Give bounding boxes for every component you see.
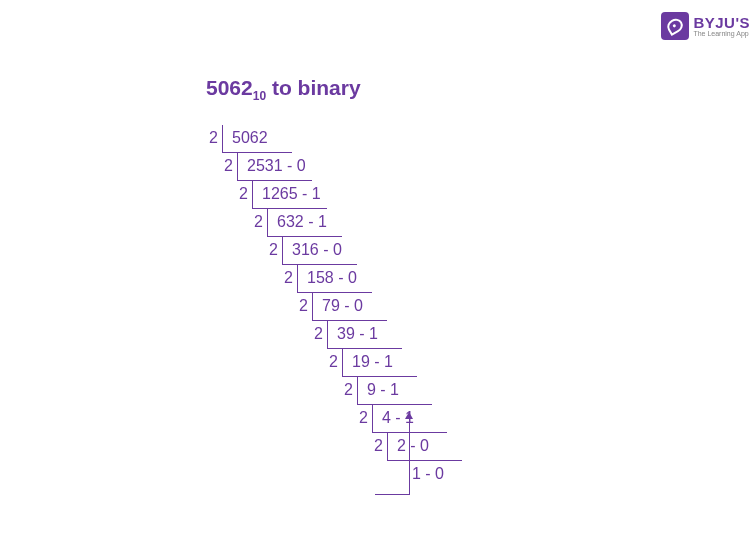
- byjus-logo: BYJU'S The Learning App: [661, 12, 750, 40]
- quotient-remainder: 39 - 1: [329, 325, 378, 343]
- division-horizontal-line: [222, 152, 292, 153]
- quotient-remainder: 2 - 0: [389, 437, 429, 455]
- division-vertical-line: [237, 153, 238, 181]
- quotient-remainder: 316 - 0: [284, 241, 342, 259]
- division-vertical-line: [327, 321, 328, 349]
- division-horizontal-line: [267, 236, 342, 237]
- divisor: 2: [348, 409, 368, 427]
- divisor: 2: [363, 437, 383, 455]
- divisor: 2: [213, 157, 233, 175]
- title-base: 10: [253, 89, 266, 103]
- divisor: 2: [288, 297, 308, 315]
- quotient-remainder: 158 - 0: [299, 269, 357, 287]
- diagram-title: 506210 to binary: [206, 76, 361, 103]
- logo-sub-text: The Learning App: [693, 30, 750, 37]
- division-vertical-line: [267, 209, 268, 237]
- quotient-remainder: 632 - 1: [269, 213, 327, 231]
- division-vertical-line: [342, 349, 343, 377]
- division-horizontal-line: [372, 432, 447, 433]
- quotient-remainder: 9 - 1: [359, 381, 399, 399]
- division-vertical-line: [297, 265, 298, 293]
- divisor: 2: [198, 129, 218, 147]
- logo-main-text: BYJU'S: [693, 15, 750, 30]
- logo-icon: [661, 12, 689, 40]
- division-horizontal-line: [327, 348, 402, 349]
- quotient-remainder: 79 - 0: [314, 297, 363, 315]
- divisor: 2: [273, 269, 293, 287]
- division-horizontal-line: [297, 292, 372, 293]
- division-vertical-line: [282, 237, 283, 265]
- division-horizontal-line: [252, 208, 327, 209]
- title-suffix: to binary: [266, 76, 361, 99]
- division-vertical-line: [312, 293, 313, 321]
- divisor: 2: [318, 353, 338, 371]
- division-vertical-line: [222, 125, 223, 153]
- quotient-remainder: 2531 - 0: [239, 157, 306, 175]
- division-horizontal-line: [357, 404, 432, 405]
- division-vertical-line: [372, 405, 373, 433]
- quotient-remainder: 1265 - 1: [254, 185, 321, 203]
- quotient-remainder: 19 - 1: [344, 353, 393, 371]
- division-vertical-line: [357, 377, 358, 405]
- dividend: 5062: [224, 129, 268, 147]
- division-horizontal-line: [312, 320, 387, 321]
- division-horizontal-line: [342, 376, 417, 377]
- divisor: 2: [228, 185, 248, 203]
- divisor: 2: [258, 241, 278, 259]
- division-horizontal-line: [237, 180, 312, 181]
- divisor: 2: [303, 325, 323, 343]
- title-number: 5062: [206, 76, 253, 99]
- quotient-remainder: 4 - 1: [374, 409, 414, 427]
- division-vertical-line: [387, 433, 388, 461]
- quotient-remainder: 1 - 0: [404, 465, 444, 483]
- divisor: 2: [243, 213, 263, 231]
- division-horizontal-line: [282, 264, 357, 265]
- division-horizontal-line: [387, 460, 462, 461]
- divisor: 2: [333, 381, 353, 399]
- division-vertical-line: [252, 181, 253, 209]
